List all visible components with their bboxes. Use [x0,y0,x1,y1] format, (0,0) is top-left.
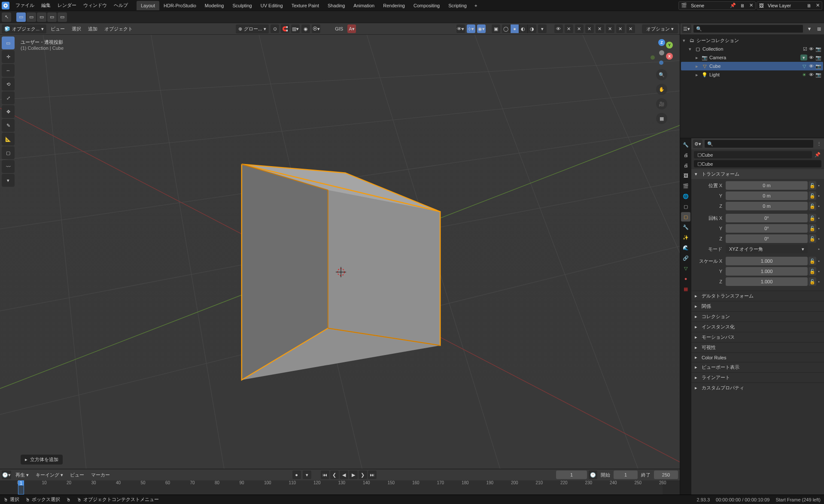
render-toggle[interactable]: 📷 [815,72,821,78]
nav-perspective-button[interactable]: ▦ [656,113,667,124]
timeline-menu-keying[interactable]: キーイング ▾ [33,471,66,480]
overlay-x6-icon[interactable]: ✕ [616,24,625,33]
xray-button[interactable]: ▣ [492,24,500,33]
shading-solid[interactable]: ● [511,24,519,33]
datablock-name-field[interactable]: ▢ Cube [694,160,821,167]
prop-tab-render[interactable]: 🖨 [681,150,690,160]
outliner-type-button[interactable]: ☰▾ [682,24,691,33]
tab-scripting[interactable]: Scripting [444,1,471,10]
tab-texturepaint[interactable]: Texture Paint [287,1,323,10]
play-reverse-button[interactable]: ◀ [340,471,348,479]
gis-menu[interactable]: GIS [332,25,346,33]
light-data-icon[interactable]: ☀ [801,72,807,78]
prop-tab-material[interactable]: ● [681,274,690,283]
visibility-toggle[interactable]: 👁 [809,55,814,61]
show-gizmo-toggle[interactable]: 👁 [554,24,563,33]
render-toggle[interactable]: 📷 [815,55,821,61]
tab-layout[interactable]: Layout [137,1,159,10]
scene-selector[interactable]: 🎬 📌 🗎 ✕ [678,1,756,10]
scene-new-icon[interactable]: 🗎 [738,3,747,8]
prop-tab-data[interactable]: ▽ [681,264,690,273]
scale-x-field[interactable]: 1.000 [726,257,808,265]
prop-tab-constraints[interactable]: 🔗 [681,253,690,263]
select-mode-invert[interactable]: ▭ [58,12,67,22]
tool-annotate[interactable]: ✎ [2,119,15,132]
viewlayer-new-icon[interactable]: 🗎 [805,3,814,8]
tab-hdrpro[interactable]: HDR-ProStudio [159,1,201,10]
tool-move[interactable]: ↔ [2,64,15,77]
viewport-menu-object[interactable]: オブジェクト [102,24,135,33]
timeline-menu-marker[interactable]: マーカー [88,471,113,480]
panel-colorrules-title[interactable]: ▸Color Rules [691,352,824,362]
tab-modeling[interactable]: Modeling [201,1,228,10]
outliner-item-light[interactable]: ▸ 💡 Light ☀ 👁📷 [681,70,823,79]
cursor-tool-icon[interactable]: ↖ [2,12,11,22]
outliner-new-collection-button[interactable]: ⊞ [815,26,822,32]
timeline-body[interactable]: 0102030405060708090100110120130140150160… [0,480,680,495]
prop-tab-particles[interactable]: ✨ [681,233,690,242]
next-keyframe-button[interactable]: ❯ [359,471,367,479]
select-mode-intersect[interactable]: ▭ [47,12,57,22]
lock-icon[interactable]: 🔓 [809,224,816,233]
shading-material[interactable]: ◐ [519,24,528,33]
prev-keyframe-button[interactable]: ❮ [330,471,339,479]
add-workspace-button[interactable]: + [471,1,480,10]
timeline-menu-view[interactable]: ビュー [67,471,87,480]
overlay-x7-icon[interactable]: ✕ [626,24,635,33]
lock-icon[interactable]: 🔓 [809,181,816,190]
outliner-filter-button[interactable]: ▼ [805,26,814,31]
viewlayer-browse-icon[interactable]: 🖼 [757,3,766,8]
nav-pan-button[interactable]: ✋ [656,84,667,95]
exclude-toggle[interactable]: ☑ [803,46,807,52]
viewport-options-button[interactable]: オプション ▾ [642,24,678,33]
location-y-field[interactable]: 0 m [726,191,808,200]
prop-tab-collection[interactable]: ▢ [681,202,690,211]
lock-icon[interactable]: 🔓 [809,191,816,200]
menu-edit[interactable]: 編集 [38,0,54,10]
render-toggle[interactable]: 📷 [815,64,821,69]
prop-tab-output[interactable]: 🖨 [681,161,690,170]
mesh-data-icon[interactable]: ▽ [801,63,807,69]
gizmo-button[interactable]: ⊹▾ [467,24,475,33]
pivot-point-button[interactable]: ⊙ [271,24,279,33]
select-mode-extend[interactable]: ▭ [27,12,36,22]
select-mode-subtract[interactable]: ▭ [37,12,46,22]
tool-extra1[interactable]: 〰 [2,160,15,173]
mode-selector[interactable]: 🧊 オブジェク... ▾ [2,24,46,33]
shading-wireframe[interactable]: ◯ [502,24,511,33]
overlay-x5-icon[interactable]: ✕ [606,24,614,33]
panel-transform-title[interactable]: ▾トランスフォーム [691,169,824,179]
viewport-menu-view[interactable]: ビュー [48,24,67,33]
shading-options-button[interactable]: ▾ [538,24,547,33]
scene-name-input[interactable] [689,3,728,8]
timeline-editor-type-button[interactable]: 🕐▾ [2,471,11,479]
jump-start-button[interactable]: ⏮ [321,471,329,479]
panel-customprops-title[interactable]: ▸カスタムプロパティ [691,383,824,393]
tool-scale[interactable]: ⤢ [2,91,15,104]
autokey-options[interactable]: ▾ [303,471,311,479]
visibility-toggle[interactable]: 👁 [809,72,814,78]
camera-data-icon[interactable]: ▾ [800,55,807,61]
frame-lock-button[interactable]: 🕐 [589,471,597,479]
overlay-cross-icon[interactable]: ✕ [565,24,573,33]
prop-tab-world[interactable]: 🌐 [681,191,690,201]
viewlayer-delete-icon[interactable]: ✕ [814,3,822,8]
panel-instancing-title[interactable]: ▸インスタンス化 [691,322,824,332]
prop-tab-modifiers[interactable]: 🔧 [681,222,690,232]
prop-tab-texture[interactable]: ▦ [681,284,690,294]
outliner-item-camera[interactable]: ▸ 📷 Camera ▾ 👁📷 [681,53,823,62]
tab-animation[interactable]: Animation [349,1,379,10]
nav-camera-button[interactable]: 🎥 [656,98,667,109]
current-frame-field[interactable]: 1 [556,471,587,479]
timeline-playhead[interactable]: 1 [18,480,24,495]
object-breadcrumb[interactable]: ▢ Cube [694,151,812,158]
prop-tab-tool[interactable]: 🔧 [681,140,690,149]
visibility-button[interactable]: 👁▾ [456,24,465,33]
gis-record-button[interactable]: A▾ [347,24,356,33]
select-mode-new[interactable]: ▭ [16,12,26,22]
3d-viewport[interactable]: ユーザー・透視投影 (1) Collection | Cube ▭ ✛ ↔ ⟲ … [0,35,680,469]
menu-file[interactable]: ファイル [12,0,38,10]
lock-icon[interactable]: 🔓 [809,277,816,286]
prop-tab-scene[interactable]: 🎬 [681,181,690,191]
menu-render[interactable]: レンダー [54,0,80,10]
